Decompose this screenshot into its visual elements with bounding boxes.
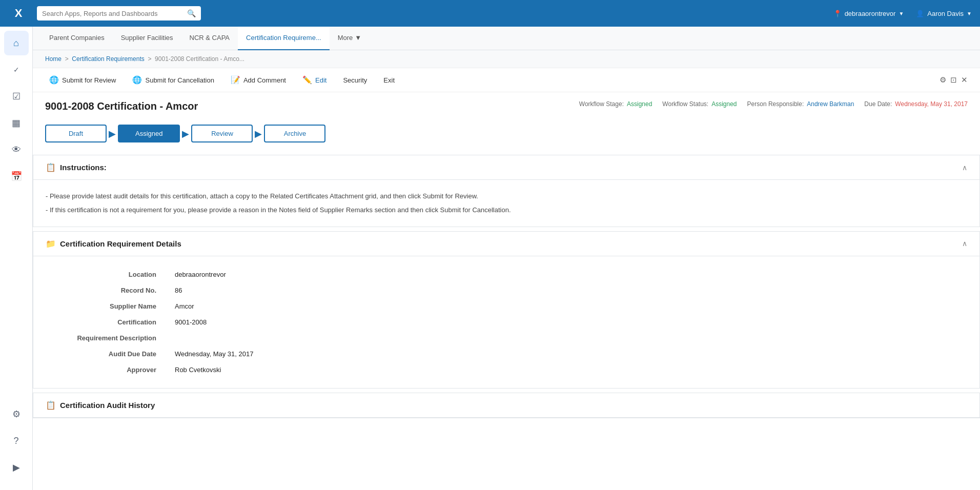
instructions-title: 📋 Instructions: xyxy=(46,162,107,172)
stage-archive[interactable]: Archive xyxy=(264,125,325,142)
tab-supplier-facilities[interactable]: Supplier Facilities xyxy=(113,27,181,50)
search-input[interactable] xyxy=(42,10,183,17)
sidebar-bottom: ⚙ ? ▶ xyxy=(4,402,29,482)
table-row: Supplier Name Amcor xyxy=(46,298,967,314)
settings-icon: ⚙ xyxy=(12,409,21,420)
app-logo[interactable]: X xyxy=(8,3,29,24)
stage-archive-box: Archive xyxy=(264,125,325,142)
breadcrumb-certification-requirements[interactable]: Certification Requirements xyxy=(72,55,144,63)
sidebar: ⌂ ✓ ☑ ▦ 👁 📅 ⚙ ? ▶ xyxy=(0,27,33,490)
stage-draft[interactable]: Draft xyxy=(45,125,107,142)
audit-history-header[interactable]: 📋 Certification Audit History xyxy=(33,393,979,418)
breadcrumb-home[interactable]: Home xyxy=(45,55,62,63)
sidebar-item-navigate[interactable]: ▶ xyxy=(4,455,29,480)
certification-details-body: Location debraaorontrevor Record No. 86 … xyxy=(33,256,979,388)
add-comment-button[interactable]: 📝 Add Comment xyxy=(227,73,290,87)
person-responsible: Person Responsible: Andrew Barkman xyxy=(747,100,854,108)
edit-button[interactable]: ✏️ Edit xyxy=(298,73,331,87)
sidebar-item-help[interactable]: ? xyxy=(4,428,29,453)
tab-certification-requirements[interactable]: Certification Requireme... xyxy=(238,27,330,50)
sidebar-item-calendar[interactable]: 📅 xyxy=(4,164,29,189)
sidebar-item-analytics[interactable]: ✓ xyxy=(4,57,29,82)
field-value: 9001-2008 xyxy=(169,314,967,330)
exit-button[interactable]: Exit xyxy=(379,74,399,86)
stage-draft-box: Draft xyxy=(45,125,107,142)
close-icon[interactable]: ✕ xyxy=(961,75,968,85)
audit-history-title: 📋 Certification Audit History xyxy=(46,400,155,410)
duplicate-icon[interactable]: ⊡ xyxy=(950,75,957,85)
tab-ncr-capa[interactable]: NCR & CAPA xyxy=(181,27,238,50)
submit-cancellation-button[interactable]: 🌐 Submit for Cancellation xyxy=(128,73,218,87)
location-dropdown-arrow: ▼ xyxy=(899,11,904,16)
sidebar-item-dashboard[interactable]: ▦ xyxy=(4,111,29,135)
home-icon: ⌂ xyxy=(13,38,19,49)
person-responsible-value[interactable]: Andrew Barkman xyxy=(807,100,854,108)
location-user[interactable]: 📍 debraaorontrevor ▼ xyxy=(833,10,904,17)
instruction-line-2: - If this certification is not a require… xyxy=(46,204,967,216)
field-value: Amcor xyxy=(169,298,967,314)
sidebar-item-tasks[interactable]: ☑ xyxy=(4,84,29,109)
content-area: Home > Certification Requirements > 9001… xyxy=(33,50,980,490)
search-bar[interactable]: 🔍 xyxy=(37,6,201,21)
tab-bar: Parent Companies Supplier Facilities NCR… xyxy=(33,27,980,50)
stage-assigned[interactable]: Assigned xyxy=(118,125,180,142)
audit-history-section: 📋 Certification Audit History xyxy=(33,393,980,418)
navigate-icon: ▶ xyxy=(13,462,20,473)
location-user-label: debraaorontrevor xyxy=(845,10,896,17)
action-bar: 🌐 Submit for Review 🌐 Submit for Cancell… xyxy=(33,68,980,92)
help-icon: ? xyxy=(13,436,18,446)
certification-details-table: Location debraaorontrevor Record No. 86 … xyxy=(46,267,967,378)
tab-parent-companies[interactable]: Parent Companies xyxy=(41,27,113,50)
location-icon: 📍 xyxy=(833,10,842,17)
security-label: Security xyxy=(343,76,367,84)
dashboard-icon: ▦ xyxy=(12,117,21,129)
exit-label: Exit xyxy=(383,76,395,84)
user-name-label: Aaron Davis xyxy=(927,10,964,17)
user-menu[interactable]: 👤 Aaron Davis ▼ xyxy=(916,10,972,17)
add-comment-icon: 📝 xyxy=(231,75,240,85)
submit-cancellation-label: Submit for Cancellation xyxy=(145,76,214,84)
search-icon: 🔍 xyxy=(187,9,196,17)
field-label: Approver xyxy=(46,362,169,378)
tab-more[interactable]: More ▼ xyxy=(330,27,370,50)
user-icon: 👤 xyxy=(916,10,924,17)
table-row: Audit Due Date Wednesday, May 31, 2017 xyxy=(46,346,967,362)
table-row: Approver Rob Cvetkovski xyxy=(46,362,967,378)
instructions-body: - Please provide latest audit details fo… xyxy=(33,180,979,227)
logo-x-icon: X xyxy=(15,7,23,20)
certification-details-collapse-icon[interactable]: ∧ xyxy=(962,239,967,248)
submit-review-button[interactable]: 🌐 Submit for Review xyxy=(45,73,120,87)
workflow-stage-value: Assigned xyxy=(627,100,652,108)
security-button[interactable]: Security xyxy=(339,74,371,86)
table-row: Certification 9001-2008 xyxy=(46,314,967,330)
field-value: 86 xyxy=(169,282,967,298)
sidebar-item-settings[interactable]: ⚙ xyxy=(4,402,29,426)
audit-history-icon: 📋 xyxy=(46,400,56,410)
stage-arrow-3: ▶ xyxy=(255,128,262,139)
field-label: Location xyxy=(46,267,169,282)
field-value xyxy=(169,330,967,346)
sidebar-item-home[interactable]: ⌂ xyxy=(4,31,29,55)
gear-icon[interactable]: ⚙ xyxy=(940,75,946,85)
instruction-line-1: - Please provide latest audit details fo… xyxy=(46,190,967,202)
stage-bar: Draft ▶ Assigned ▶ Review ▶ Archive xyxy=(33,116,980,151)
field-label: Record No. xyxy=(46,282,169,298)
sidebar-item-view[interactable]: 👁 xyxy=(4,137,29,162)
table-row: Location debraaorontrevor xyxy=(46,267,967,282)
table-row: Requirement Description xyxy=(46,330,967,346)
eye-icon: 👁 xyxy=(12,145,21,155)
action-bar-right: ⚙ ⊡ ✕ xyxy=(940,75,968,85)
field-label: Certification xyxy=(46,314,169,330)
instructions-section-header[interactable]: 📋 Instructions: ∧ xyxy=(33,155,979,180)
due-date: Due Date: Wednesday, May 31, 2017 xyxy=(864,100,968,108)
add-comment-label: Add Comment xyxy=(243,76,286,84)
instructions-collapse-icon[interactable]: ∧ xyxy=(962,164,967,172)
certification-details-icon: 📁 xyxy=(46,239,56,249)
more-dropdown-arrow: ▼ xyxy=(355,34,361,42)
stage-review[interactable]: Review xyxy=(191,125,253,142)
certification-details-header[interactable]: 📁 Certification Requirement Details ∧ xyxy=(33,232,979,256)
field-label: Requirement Description xyxy=(46,330,169,346)
instructions-icon: 📋 xyxy=(46,162,56,172)
submit-cancellation-icon: 🌐 xyxy=(132,75,142,85)
tasks-icon: ☑ xyxy=(12,91,21,102)
